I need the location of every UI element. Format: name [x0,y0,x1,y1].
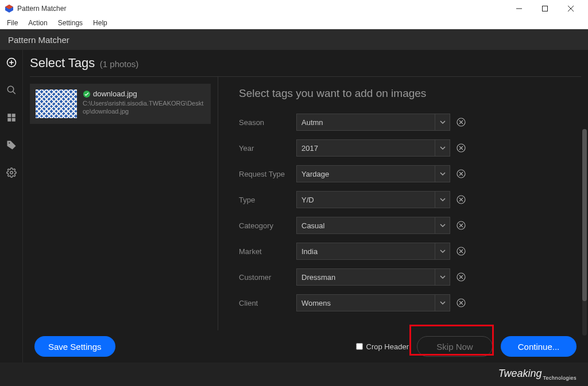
rail-settings-button[interactable] [5,166,18,180]
form-label: Year [239,144,296,153]
close-circle-icon [457,143,466,153]
select-caret[interactable] [435,165,450,182]
crop-header-checkbox[interactable]: Crop Header [356,342,409,351]
close-circle-icon [457,272,466,282]
app-title: Pattern Matcher [8,35,69,45]
svg-rect-11 [7,114,11,117]
chevron-down-icon [440,197,446,202]
clear-button[interactable] [456,298,466,308]
check-circle-icon [83,90,91,98]
select-caret[interactable] [435,139,450,157]
svg-rect-13 [7,118,11,122]
footer: TweakingTechnologies [0,362,588,386]
form-row: Year2017 [239,139,574,157]
form-row: SeasonAutmn [239,114,574,131]
form-label: Customer [239,273,296,282]
window-maximize-button[interactable] [532,0,558,17]
rail-search-button[interactable] [5,83,18,97]
skip-now-button[interactable]: Skip Now [417,336,493,357]
bottom-bar: Save Settings Crop Header Skip Now Conti… [23,330,588,362]
select-caret[interactable] [435,268,450,286]
select-type[interactable]: Y/D [296,191,435,208]
file-path: C:\Users\srishti.sisodia.TWEAKORG\Deskto… [83,99,205,116]
form-row: ClientWomens [239,294,574,311]
select-season[interactable]: Autmn [296,114,435,131]
window-close-button[interactable] [558,0,583,17]
menu-action[interactable]: Action [25,18,51,28]
menu-bar: File Action Settings Help [0,17,588,29]
clear-button[interactable] [456,220,466,231]
form-row: CustomerDressman [239,268,574,286]
crop-header-input[interactable] [356,343,363,350]
chevron-down-icon [440,223,446,228]
rail-grid-button[interactable] [5,111,18,124]
app-logo-icon [5,4,14,13]
chevron-down-icon [440,145,446,151]
chevron-down-icon [440,248,446,254]
form-label: Cateogory [239,221,296,230]
app-header: Pattern Matcher [0,29,588,50]
page-subtitle: (1 photos) [100,59,139,69]
menu-file[interactable]: File [3,18,21,28]
rail-tags-button[interactable] [5,138,18,152]
clear-button[interactable] [456,194,466,205]
side-rail [0,50,23,362]
close-circle-icon [457,195,466,204]
close-circle-icon [457,298,466,307]
close-circle-icon [457,221,466,230]
form-label: Request Type [239,170,296,178]
svg-rect-14 [11,118,15,122]
svg-rect-12 [11,114,15,117]
select-year[interactable]: 2017 [296,139,435,157]
select-caret[interactable] [435,294,450,311]
window-titlebar: Pattern Matcher [0,0,588,17]
chevron-down-icon [440,119,446,125]
crop-header-label: Crop Header [366,342,409,351]
form-label: Season [239,118,296,127]
select-caret[interactable] [435,243,450,260]
file-name: download.jpg [93,89,137,98]
svg-line-10 [13,91,16,94]
continue-button[interactable]: Continue... [501,336,577,357]
clear-button[interactable] [456,169,466,179]
menu-help[interactable]: Help [90,18,111,28]
scrollbar-thumb[interactable] [582,129,587,301]
select-client[interactable]: Womens [296,294,435,311]
file-item[interactable]: download.jpg C:\Users\srishti.sisodia.TW… [30,84,211,124]
page-title: Select Tags [30,56,95,70]
window-minimize-button[interactable] [506,0,532,17]
rail-add-button[interactable] [5,56,18,69]
close-circle-icon [457,247,466,256]
form-row: Request TypeYardage [239,165,574,182]
clear-button[interactable] [456,117,466,127]
menu-settings[interactable]: Settings [55,18,86,28]
file-list: download.jpg C:\Users\srishti.sisodia.TW… [23,77,218,330]
clear-button[interactable] [456,246,466,256]
select-customer[interactable]: Dressman [296,268,435,286]
form-label: Client [239,299,296,307]
select-request type[interactable]: Yardage [296,165,435,182]
close-circle-icon [457,169,466,178]
select-caret[interactable] [435,114,450,131]
tag-form: Select tags you want to add on images Se… [218,77,588,330]
svg-point-15 [9,142,10,143]
select-market[interactable]: India [296,243,435,260]
file-thumbnail [36,89,77,118]
select-cateogory[interactable]: Casual [296,217,435,234]
form-label: Type [239,196,296,204]
select-caret[interactable] [435,191,450,208]
form-row: TypeY/D [239,191,574,208]
brand-logo: TweakingTechnologies [498,368,577,381]
form-row: CateogoryCasual [239,217,574,234]
scrollbar-track[interactable] [582,129,587,336]
clear-button[interactable] [456,272,466,282]
page-header: Select Tags (1 photos) [23,50,588,74]
close-circle-icon [457,118,466,127]
svg-rect-3 [542,6,547,11]
chevron-down-icon [440,171,446,177]
select-caret[interactable] [435,217,450,234]
form-heading: Select tags you want to add on images [239,87,574,100]
save-settings-button[interactable]: Save Settings [34,336,115,357]
form-label: Market [239,247,296,256]
clear-button[interactable] [456,143,466,153]
